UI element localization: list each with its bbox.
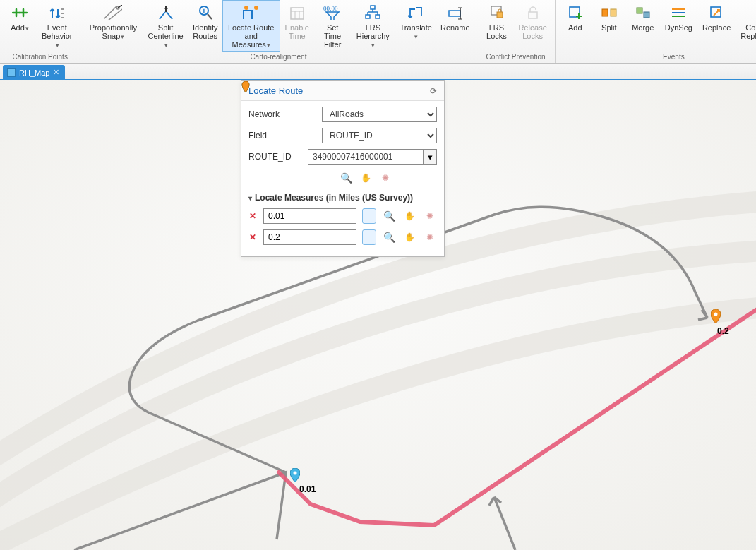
group-conflict-prevention: LRS Locks Release Locks Conflict Prevent… (476, 0, 555, 63)
search-icon: 🔍 (383, 210, 395, 222)
routeid-label: ROUTE_ID (248, 152, 308, 162)
measure-marker-1[interactable] (290, 468, 300, 482)
add-event-button[interactable]: Add (558, 0, 592, 52)
pin-tool-2[interactable] (362, 229, 377, 245)
svg-rect-33 (497, 12, 503, 18)
label: Configure Replacemen (740, 23, 756, 40)
zoom-route-button[interactable]: 🔍 (338, 170, 354, 186)
routeid-input[interactable] (308, 149, 423, 165)
svg-point-15 (254, 6, 258, 10)
panel-title: Locate Route (248, 85, 303, 96)
set-time-filter-button[interactable]: 00:00 Set Time Filter (314, 0, 352, 52)
split-centerline-button[interactable]: Split Centerline▾ (143, 0, 188, 52)
section-label: Locate Measures (in Miles (US Survey)) (255, 193, 413, 203)
locate-route-panel: Locate Route ⟳ Network AllRoads Field RO… (241, 80, 445, 257)
refresh-icon[interactable]: ⟳ (430, 86, 437, 96)
svg-point-14 (244, 6, 248, 10)
tab-rh-map[interactable]: RH_Map ✕ (3, 65, 65, 79)
svg-rect-38 (602, 9, 608, 16)
hierarchy-icon (365, 4, 380, 22)
enable-time-button[interactable]: Enable Time (280, 0, 314, 52)
chevron-down-icon: ▾ (25, 24, 29, 32)
flash-measure-2[interactable]: ✺ (423, 229, 438, 245)
lrs-hierarchy-button[interactable]: LRS Hierarchy▾ (352, 0, 395, 52)
label: Translate (400, 23, 431, 32)
time-filter-icon: 00:00 (323, 4, 342, 22)
label: Split (601, 23, 616, 32)
label: LRS Hierarchy (356, 23, 390, 40)
translate-button[interactable]: Translate▾ (395, 0, 437, 52)
identify-icon: i (198, 4, 213, 22)
locate-route-measures-button[interactable]: Locate Route and Measures▾ (222, 0, 280, 52)
network-select[interactable]: AllRoads (322, 107, 437, 122)
marker-label-1: 0.01 (299, 484, 316, 494)
svg-rect-22 (366, 15, 370, 18)
chevron-down-icon: ▾ (121, 32, 124, 41)
svg-text:i: i (203, 7, 205, 15)
dynseg-button[interactable]: DynSeg (660, 0, 697, 52)
svg-point-50 (294, 472, 297, 475)
flash-icon: ✺ (382, 173, 389, 183)
close-icon[interactable]: ✕ (53, 68, 59, 77)
svg-rect-34 (529, 12, 537, 18)
svg-rect-40 (637, 8, 642, 13)
field-select[interactable]: ROUTE_ID (322, 128, 437, 143)
tab-bar: RH_Map ✕ (0, 64, 756, 80)
rename-button[interactable]: Rename (437, 0, 473, 52)
group-label: Conflict Prevention (479, 52, 551, 63)
pan-route-button[interactable]: ✋ (358, 170, 373, 186)
hand-icon: ✋ (404, 232, 415, 242)
measure-row-1: ✕ 🔍 ✋ ✺ (248, 208, 437, 224)
flash-measure-1[interactable]: ✺ (423, 208, 438, 224)
split-icon (158, 4, 174, 22)
label: Replace (702, 23, 731, 32)
pan-measure-2[interactable]: ✋ (402, 229, 417, 245)
configure-replacement-button[interactable]: Configure Replacemen (736, 0, 756, 52)
svg-rect-35 (570, 7, 580, 17)
label: Merge (632, 23, 654, 32)
svg-line-7 (104, 6, 116, 19)
dynseg-icon (671, 4, 686, 22)
group-label: Events (558, 52, 756, 63)
lrs-locks-button[interactable]: LRS Locks (479, 0, 513, 52)
release-locks-button[interactable]: Release Locks (513, 0, 551, 52)
unlock-icon (525, 4, 541, 22)
event-behavior-button[interactable]: Event Behavior▾ (37, 0, 77, 52)
group-calibration-points: Add▾ Event Behavior▾ Calibration Points (0, 0, 80, 63)
svg-line-8 (108, 9, 122, 20)
svg-rect-23 (376, 15, 380, 18)
zoom-measure-1[interactable]: 🔍 (382, 208, 397, 224)
label: Split Centerline (148, 23, 183, 40)
proportionally-snap-button[interactable]: Proportionally Snap▾ (83, 0, 143, 52)
locate-icon (242, 4, 260, 22)
replace-icon (709, 4, 724, 22)
map-view[interactable]: 0.01 0.2 Locate Route ⟳ Network AllRoads… (0, 80, 756, 550)
hand-icon: ✋ (361, 173, 371, 183)
zoom-measure-2[interactable]: 🔍 (382, 229, 397, 245)
split-event-button[interactable]: Split (592, 0, 626, 52)
delete-measure-1[interactable]: ✕ (248, 211, 258, 221)
measure-input-1[interactable] (263, 208, 356, 224)
measures-section-header[interactable]: ▾ Locate Measures (in Miles (US Survey)) (248, 193, 437, 203)
svg-rect-28 (449, 11, 460, 16)
identify-routes-button[interactable]: i Identify Routes (188, 0, 222, 52)
svg-rect-41 (644, 12, 649, 18)
pin-tool-1[interactable] (362, 208, 377, 224)
caret-down-icon: ▾ (248, 194, 252, 202)
routeid-dropdown-button[interactable]: ▾ (423, 149, 437, 165)
pan-measure-1[interactable]: ✋ (402, 208, 417, 224)
label: LRS Locks (486, 23, 507, 40)
measure-input-2[interactable] (263, 229, 356, 245)
label: Set Time Filter (324, 23, 341, 49)
search-icon: 🔍 (383, 232, 395, 243)
replace-button[interactable]: Replace (697, 0, 736, 52)
group-carto-realignment: Proportionally Snap▾ Split Centerline▾ i… (80, 0, 476, 63)
merge-event-button[interactable]: Merge (626, 0, 660, 52)
measure-marker-2[interactable] (711, 309, 721, 323)
delete-measure-2[interactable]: ✕ (248, 232, 258, 242)
add-cp-button[interactable]: Add▾ (3, 0, 37, 52)
flash-route-button[interactable]: ✺ (378, 170, 393, 186)
svg-rect-39 (611, 9, 616, 16)
group-label: Calibration Points (3, 52, 77, 63)
label: Release Locks (518, 23, 546, 40)
